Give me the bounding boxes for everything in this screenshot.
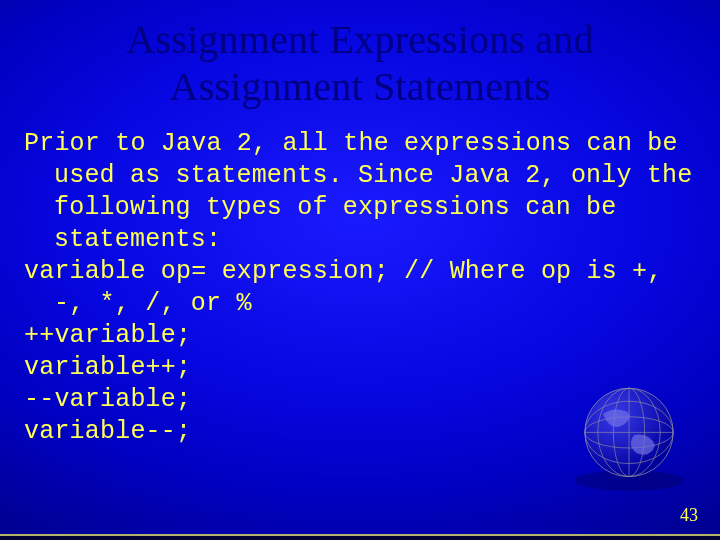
body-line-3: --variable; — [24, 385, 191, 414]
slide-body: Prior to Java 2, all the expressions can… — [0, 110, 720, 448]
body-paragraph-2: variable op= expression; // Where op is … — [24, 256, 696, 320]
body-paragraph-1: Prior to Java 2, all the expressions can… — [24, 128, 696, 256]
title-line-2: Assignment Statements — [170, 64, 551, 109]
page-number: 43 — [680, 505, 698, 526]
footer-bar — [0, 536, 720, 540]
slide-title: Assignment Expressions and Assignment St… — [0, 0, 720, 110]
title-line-1: Assignment Expressions and — [126, 17, 593, 62]
svg-point-0 — [574, 470, 683, 491]
slide: Assignment Expressions and Assignment St… — [0, 0, 720, 540]
body-line-4: variable--; — [24, 417, 191, 446]
body-line-1: ++variable; — [24, 321, 191, 350]
body-line-2: variable++; — [24, 353, 191, 382]
